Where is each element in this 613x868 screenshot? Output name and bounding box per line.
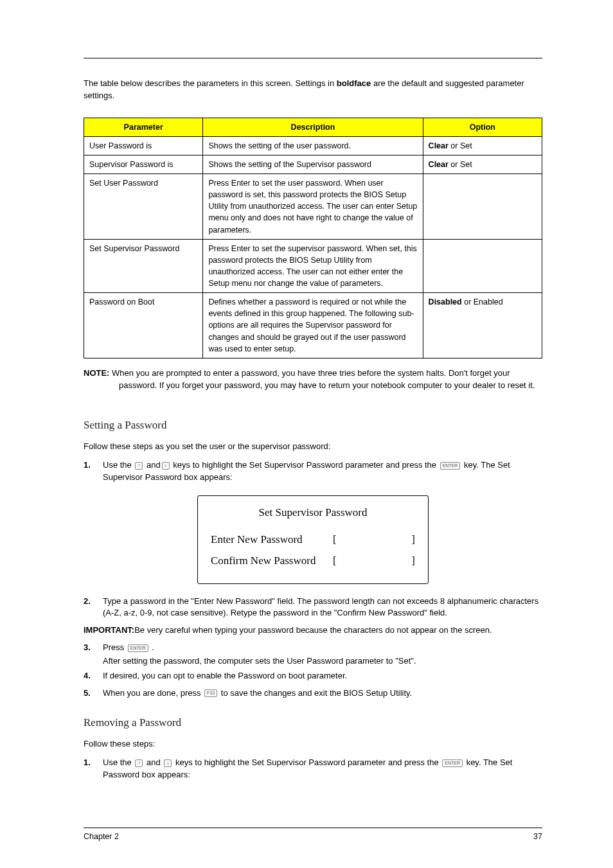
param-cell: User Password is [84,136,203,155]
footer-chapter: Chapter 2 [84,831,119,842]
important-label: IMPORTANT: [84,625,134,635]
setting-intro: Follow these steps as you set the user o… [84,441,542,453]
intro-bold: boldface [337,78,371,88]
step-1: 1. Use the ↑ and↓ keys to highlight the … [84,459,542,484]
step5-post: to save the changes and exit the BIOS Se… [218,688,412,698]
note-block: NOTE: When you are prompted to enter a p… [84,368,542,392]
table-header-row: Parameter Description Option [84,118,542,136]
dialog-row-enter: Enter New Password [ ] [211,532,415,548]
step-2: 2. Type a password in the "Enter New Pas… [84,596,542,620]
table-row: Password on Boot Defines whether a passw… [84,293,542,359]
removing-intro: Follow these steps: [84,738,542,750]
rstep1-mid1: and [144,757,163,767]
f-key-icon: F10 [204,689,217,697]
desc-cell: Defines whether a password is required o… [203,293,423,359]
parameters-table: Parameter Description Option User Passwo… [84,118,542,359]
opt-rest: or Set [449,160,472,169]
header-parameter: Parameter [84,118,203,136]
footer-page-number: 37 [533,831,542,842]
opt-rest: or Enabled [462,297,503,306]
step-num: 4. [84,670,103,682]
step1-pre: Use the [103,460,134,470]
opt-cell: Disabled or Enabled [423,293,542,359]
top-rule [84,58,542,58]
opt-cell: Clear or Set [423,155,542,173]
opt-cell [423,174,542,240]
removing-password-heading: Removing a Password [84,715,542,731]
table-row: Set Supervisor Password Press Enter to s… [84,239,542,293]
note-label: NOTE: [84,368,112,378]
table-row: Supervisor Password is Shows the setting… [84,155,542,173]
down-arrow-key-icon: ↓ [164,759,172,767]
remove-step-1: 1. Use the ↑ and ↓ keys to highlight the… [84,757,542,781]
opt-bold: Disabled [429,297,462,306]
opt-cell: Clear or Set [423,136,542,155]
bracket-left: [ [333,553,339,569]
set-supervisor-password-dialog: Set Supervisor Password Enter New Passwo… [197,495,429,584]
param-cell: Password on Boot [84,293,203,359]
step-num: 5. [84,687,103,700]
step1-mid2: keys to highlight the Set Supervisor Pas… [171,460,439,470]
setting-password-heading: Setting a Password [84,418,542,434]
param-cell: Set Supervisor Password [84,239,203,293]
enter-key-icon: ENTER [442,759,463,767]
desc-cell: Shows the setting of the user password. [203,136,423,155]
dialog-enter-label: Enter New Password [211,532,333,548]
param-cell: Set User Password [84,174,203,240]
opt-cell [423,239,542,293]
up-arrow-key-icon: ↑ [135,759,143,767]
opt-bold: Clear [429,160,449,169]
step-num: 1. [84,757,103,781]
step3-post: . [150,642,154,652]
intro-text-start: The table below describes the parameters… [84,78,337,88]
desc-cell: Press Enter to set the user password. Wh… [203,174,423,240]
step5-pre: When you are done, press [103,688,203,698]
step-3: 3. Press ENTER . [84,642,542,654]
table-row: User Password is Shows the setting of th… [84,136,542,155]
step-content: Use the ↑ and↓ keys to highlight the Set… [103,459,542,484]
bracket-right: ] [409,553,415,569]
param-cell: Supervisor Password is [84,155,203,173]
enter-key-icon: ENTER [128,644,148,652]
dialog-confirm-label: Confirm New Password [211,553,333,569]
down-arrow-key-icon: ↓ [162,462,170,470]
table-row: Set User Password Press Enter to set the… [84,174,542,240]
note-text: When you are prompted to enter a passwor… [112,368,535,390]
step1-mid1: and [144,460,160,470]
step3-pre: Press [103,642,127,652]
step-num: 3. [84,642,103,654]
bracket-right: ] [409,532,415,548]
page-footer: Chapter 2 37 [84,828,542,842]
header-description: Description [203,118,423,136]
step-4: 4. If desired, you can opt to enable the… [84,670,542,682]
step-content: Press ENTER . [103,642,542,654]
bracket-left: [ [333,532,339,548]
dialog-row-confirm: Confirm New Password [ ] [211,553,415,569]
dialog-title: Set Supervisor Password [211,505,415,521]
step-content: Use the ↑ and ↓ keys to highlight the Se… [103,757,542,781]
intro-paragraph: The table below describes the parameters… [84,78,542,102]
up-arrow-key-icon: ↑ [135,462,143,470]
rstep1-pre: Use the [103,757,134,767]
rstep1-mid2: keys to highlight the Set Supervisor Pas… [173,757,441,767]
opt-bold: Clear [429,141,449,150]
step3-line2: After setting the password, the computer… [84,655,542,668]
important-text: Be very careful when typing your passwor… [134,625,492,635]
enter-key-icon: ENTER [440,462,461,470]
step-num: 2. [84,596,103,620]
step-content: If desired, you can opt to enable the Pa… [103,670,542,682]
important-line: IMPORTANT:Be very careful when typing yo… [84,624,542,637]
step-5: 5. When you are done, press F10 to save … [84,687,542,700]
header-option: Option [423,118,542,136]
desc-cell: Shows the setting of the Supervisor pass… [203,155,423,173]
step-num: 1. [84,459,103,484]
step-content: When you are done, press F10 to save the… [103,687,542,700]
step-content: Type a password in the "Enter New Passwo… [103,596,542,620]
opt-rest: or Set [449,141,472,150]
desc-cell: Press Enter to set the supervisor passwo… [203,239,423,293]
